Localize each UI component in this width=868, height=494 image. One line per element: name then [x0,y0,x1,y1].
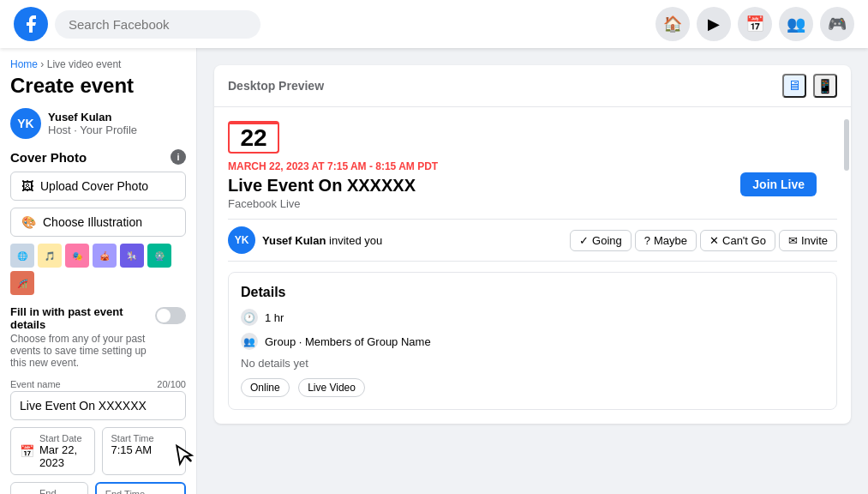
main-content: Desktop Preview 🖥 📱 22 MARCH 22, 2023 AT… [197,48,868,494]
toggle-thumb [157,309,171,322]
end-time-label: End Time [105,489,176,494]
end-date-label: End Date [39,488,79,494]
fill-toggle-sub: Choose from any of your past events to s… [10,333,147,369]
end-time-field[interactable]: End Time 8:15 AM [95,482,186,494]
start-date-field[interactable]: 📅 Start Date Mar 22, 2023 [10,427,95,475]
invite-text: Yusef Kulan invited you [262,234,563,247]
event-name-field: Event name 20/100 [10,379,186,420]
cant-go-button[interactable]: ✕ Can't Go [700,230,775,251]
cant-go-icon: ✕ [709,234,719,247]
cover-photo-section: Cover Photo i [10,149,186,165]
upload-label: Upload Cover Photo [40,179,148,193]
no-details-text: No details yet [241,357,824,370]
tags-container: Online Live Video [241,378,824,397]
start-date-time-row: 📅 Start Date Mar 22, 2023 Start Time 7:1… [10,427,186,475]
duration-row: 🕐 1 hr [241,309,824,326]
invite-sub: invited you [329,234,382,247]
thumb-7[interactable]: 🎢 [10,271,34,295]
event-name-input[interactable] [10,391,186,420]
breadcrumb-current: Live video event [47,58,122,70]
going-button[interactable]: ✓ Going [570,230,632,251]
desktop-view-button[interactable]: 🖥 [782,74,806,98]
join-live-button[interactable]: Join Live [740,172,817,196]
nav-marketplace-icon[interactable]: 📅 [738,7,772,41]
preview-device-icons: 🖥 📱 [782,74,837,98]
details-title: Details [241,285,824,300]
going-label: Going [592,234,622,247]
avatar: YK [10,108,41,139]
end-date-field[interactable]: 📅 End Date Mar 22, 2023 [10,482,88,494]
host-row: YK Yusef Kulan Host · Your Profile [10,108,186,139]
date-badge-num: 22 [228,124,279,154]
left-sidebar: Home › Live video event Create event YK … [0,48,197,494]
tag-online: Online [241,378,290,397]
event-name-label: Event name [10,379,61,389]
event-name-count: 20/100 [157,379,186,389]
duration-text: 1 hr [265,311,284,324]
scrollbar-thumb[interactable] [844,119,849,171]
preview-title: Desktop Preview [228,79,324,93]
start-time-value: 7:15 AM [111,443,153,456]
invite-actions: ✓ Going ? Maybe ✕ Can't Go [570,230,837,251]
clock-icon: 🕐 [241,309,258,326]
thumb-3[interactable]: 🎭 [65,244,89,268]
fill-toggle-switch[interactable] [155,307,186,324]
nav-groups-icon[interactable]: 👥 [779,7,813,41]
invite-avatar: YK [228,226,255,254]
choose-illustration-button[interactable]: 🎨 Choose Illustration [10,208,186,237]
start-time-label: Start Time [111,433,154,443]
start-date-label: Start Date [39,433,86,443]
search-input[interactable] [55,10,260,39]
thumb-1[interactable]: 🌐 [10,244,34,268]
mobile-view-button[interactable]: 📱 [813,74,837,98]
maybe-icon: ? [644,234,650,247]
illustration-icon: 🎨 [21,215,36,229]
end-date-values: End Date Mar 22, 2023 [39,488,79,494]
nav-video-icon[interactable]: ▶ [697,7,731,41]
preview-header: Desktop Preview 🖥 📱 [214,65,851,107]
host-info: Yusef Kulan Host · Your Profile [48,111,137,136]
invite-row: YK Yusef Kulan invited you ✓ Going ? [228,219,837,262]
fill-toggle-label: Fill in with past event details [10,305,155,331]
group-icon: 👥 [241,333,258,350]
end-date-time-row: 📅 End Date Mar 22, 2023 End Time 8:15 AM [10,482,186,494]
fill-toggle-text: Fill in with past event details Choose f… [10,305,155,369]
inviter-name: Yusef Kulan [262,234,326,247]
nav-icons: 🏠 ▶ 📅 👥 🎮 [655,7,854,41]
event-name-label-row: Event name 20/100 [10,379,186,389]
page-title: Create event [10,74,186,98]
invite-label: Invite [801,234,828,247]
details-card: Details 🕐 1 hr 👥 Group · Members of Grou… [228,272,837,410]
nav-gaming-icon[interactable]: 🎮 [820,7,854,41]
start-date-values: Start Date Mar 22, 2023 [39,433,86,469]
calendar-icon: 📅 [20,444,34,458]
thumb-6[interactable]: 🎡 [147,244,171,268]
maybe-label: Maybe [654,234,687,247]
thumb-5[interactable]: 🎠 [120,244,144,268]
host-name: Yusef Kulan [48,111,137,124]
event-time: MARCH 22, 2023 AT 7:15 AM - 8:15 AM PDT [228,160,837,172]
maybe-button[interactable]: ? Maybe [635,230,697,251]
info-icon[interactable]: i [171,149,186,165]
cover-thumbnails: 🌐 🎵 🎭 🎪 🎠 🎡 🎢 [10,244,186,295]
going-icon: ✓ [579,234,589,247]
start-time-field[interactable]: Start Time 7:15 AM [102,427,187,475]
cant-go-label: Can't Go [722,234,766,247]
host-sub: Host · Your Profile [48,124,137,136]
event-date-badge: 22 [228,121,279,154]
breadcrumb-home-link[interactable]: Home [10,58,38,70]
group-row: 👥 Group · Members of Group Name [241,333,824,350]
upload-cover-photo-button[interactable]: 🖼 Upload Cover Photo [10,172,186,201]
fill-toggle-row: Fill in with past event details Choose f… [10,305,186,369]
nav-home-icon[interactable]: 🏠 [655,7,690,41]
invite-icon: ✉ [788,234,798,247]
preview-body: 22 MARCH 22, 2023 AT 7:15 AM - 8:15 AM P… [214,107,851,424]
breadcrumb: Home › Live video event [10,58,186,70]
facebook-logo[interactable] [14,7,48,41]
illustration-label: Choose Illustration [43,215,142,229]
thumb-2[interactable]: 🎵 [38,244,62,268]
invite-button[interactable]: ✉ Invite [779,230,837,251]
thumb-4[interactable]: 🎪 [93,244,117,268]
cover-photo-label: Cover Photo [10,150,87,165]
preview-panel: Desktop Preview 🖥 📱 22 MARCH 22, 2023 AT… [214,65,851,424]
